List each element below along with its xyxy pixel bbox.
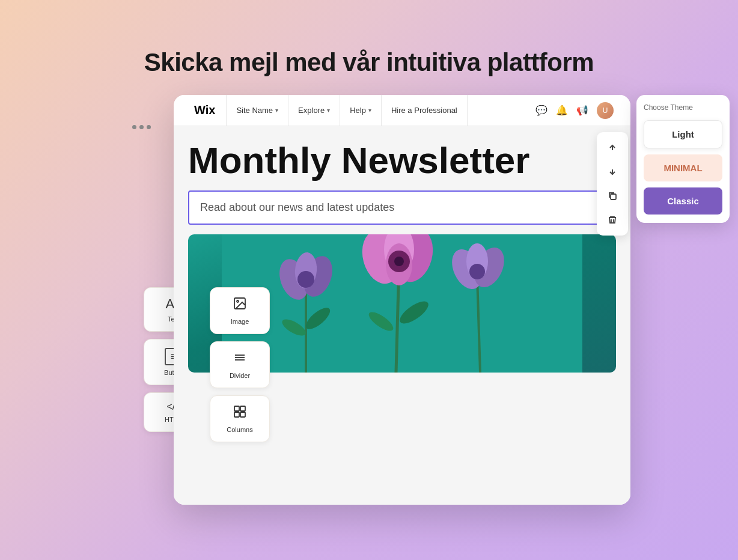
wix-logo: Wix	[183, 95, 227, 126]
svg-point-21	[394, 257, 404, 266]
move-up-button[interactable]	[602, 137, 623, 159]
svg-rect-31	[611, 194, 616, 199]
svg-point-1	[237, 300, 239, 302]
help-label: Help	[350, 106, 366, 115]
nav-site-name[interactable]: Site Name ▾	[227, 95, 288, 126]
avatar[interactable]: U	[597, 102, 614, 119]
site-name-label: Site Name	[236, 106, 273, 115]
theme-panel-title: Choose Theme	[644, 103, 722, 112]
nav-explore[interactable]: Explore ▾	[288, 95, 340, 126]
tool-divider[interactable]: Divider	[210, 341, 270, 388]
theme-panel: Choose Theme Light MINIMAL Classic	[636, 95, 730, 223]
theme-minimal-button[interactable]: MINIMAL	[644, 154, 722, 181]
top-bar: Wix Site Name ▾ Explore ▾ Help ▾ Hire a …	[174, 95, 630, 126]
delete-button[interactable]	[602, 209, 623, 231]
theme-classic-button[interactable]: Classic	[644, 187, 722, 215]
image-label: Image	[231, 318, 249, 325]
svg-rect-5	[234, 406, 239, 411]
explore-label: Explore	[298, 106, 325, 115]
explore-chevron: ▾	[327, 107, 330, 114]
outer-tools-right: Image Divider Columns	[210, 287, 270, 442]
divider-label: Divider	[230, 372, 250, 379]
columns-icon	[233, 404, 247, 422]
comment-icon[interactable]: 💬	[535, 105, 547, 116]
site-name-chevron: ▾	[275, 107, 278, 114]
subtitle-box[interactable]: Read about our news and latest updates	[188, 190, 616, 225]
newsletter-title: Monthly Newsletter	[188, 141, 616, 180]
megaphone-icon[interactable]: 📢	[576, 105, 588, 116]
hire-label: Hire a Professional	[391, 106, 457, 115]
nav-hire[interactable]: Hire a Professional	[382, 95, 468, 126]
svg-point-26	[469, 264, 485, 279]
page-title: Skicka mejl med vår intuitiva plattform	[144, 48, 594, 77]
svg-point-14	[297, 271, 314, 288]
theme-light-button[interactable]: Light	[644, 120, 722, 148]
copy-button[interactable]	[602, 185, 623, 207]
nav-icons: 💬 🔔 📢 U	[528, 102, 621, 119]
tool-image[interactable]: Image	[210, 287, 270, 334]
image-icon	[233, 296, 247, 314]
help-chevron: ▾	[368, 107, 371, 114]
right-actions	[597, 132, 628, 236]
tool-columns[interactable]: Columns	[210, 395, 270, 442]
move-down-button[interactable]	[602, 161, 623, 183]
divider-icon	[233, 350, 247, 368]
svg-rect-6	[240, 406, 245, 411]
svg-rect-8	[240, 412, 245, 417]
editor-wrapper: Aa Text ≡ Button </> HTML Image	[108, 95, 630, 505]
bell-icon[interactable]: 🔔	[556, 105, 568, 116]
svg-rect-7	[234, 412, 239, 417]
nav-help[interactable]: Help ▾	[340, 95, 382, 126]
columns-label: Columns	[227, 426, 252, 433]
